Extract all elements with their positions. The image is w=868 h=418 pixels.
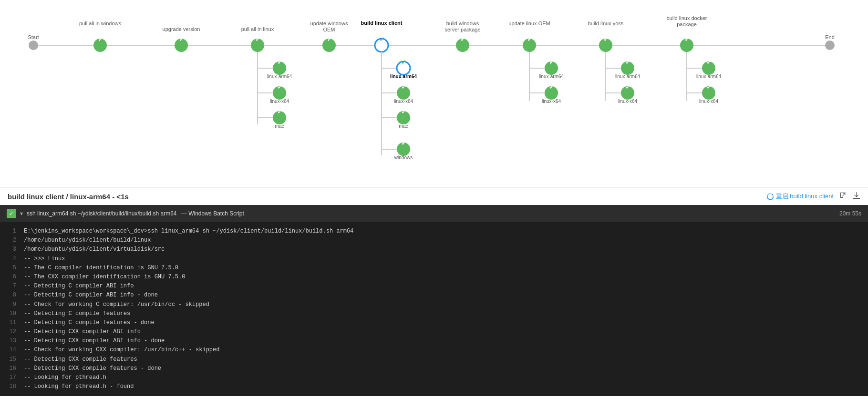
restart-icon: [766, 193, 774, 200]
download-icon: [853, 192, 860, 199]
svg-text:✓: ✓: [527, 36, 532, 43]
svg-text:✓: ✓: [98, 36, 103, 43]
command-type: Windows Batch Script: [188, 210, 244, 217]
svg-text:server package: server package: [444, 27, 480, 32]
svg-text:✓: ✓: [277, 108, 282, 115]
collapse-arrow-icon[interactable]: ▾: [20, 210, 23, 217]
log-line: 17-- Looking for pthread.h: [0, 373, 868, 382]
svg-text:✓: ✓: [549, 59, 554, 66]
log-line: 14-- Check for working CXX compiler: /us…: [0, 346, 868, 355]
svg-text:✓: ✓: [460, 36, 465, 43]
svg-text:linux-x64: linux-x64: [270, 99, 289, 104]
restart-label: 重启 build linux client: [776, 192, 834, 201]
label-pull-all-windows: pull all in windows: [79, 20, 122, 26]
svg-text:✓: ✓: [625, 59, 630, 66]
pipeline-area: Start pull all in windows ✓ upgrade vers…: [0, 0, 868, 187]
log-line: 1E:\jenkins_workspace\workspace\_dev>ssh…: [0, 227, 868, 236]
svg-text:package: package: [677, 21, 697, 27]
label-build-windows-server: build windows: [446, 20, 479, 26]
label-start: Start: [28, 34, 39, 40]
log-line: 7-- Detecting C compiler ABI info: [0, 282, 868, 291]
svg-text:mac: mac: [275, 123, 284, 129]
svg-text:✓: ✓: [327, 36, 332, 43]
label-pull-all-linux: pull all in linux: [241, 26, 274, 32]
svg-text:✓: ✓: [706, 83, 712, 91]
external-link-icon: [839, 192, 847, 199]
label-build-linux-client: build linux client: [361, 20, 403, 26]
log-line: 9-- Check for working C compiler: /usr/b…: [0, 300, 868, 309]
svg-text:OEM: OEM: [323, 27, 335, 32]
svg-text:✓: ✓: [603, 36, 609, 43]
svg-text:linux-arm64: linux-arm64: [539, 74, 564, 79]
log-line: 5-- The C compiler identification is GNU…: [0, 264, 868, 273]
label-build-linux-yoss: build linux yoss: [588, 20, 624, 26]
log-line: 8-- Detecting C compiler ABI info - done: [0, 291, 868, 300]
log-line: 15-- Detecting CXX compile features: [0, 355, 868, 364]
log-line: 10-- Detecting C compile features: [0, 309, 868, 318]
build-info-bar: build linux client / linux-arm64 - <1s 重…: [0, 187, 868, 205]
svg-text:✓: ✓: [625, 83, 630, 91]
svg-text:✓: ✓: [277, 59, 282, 66]
svg-text:linux-arm64: linux-arm64: [615, 74, 641, 79]
node-end[interactable]: [825, 41, 835, 50]
svg-text:✓: ✓: [549, 83, 554, 91]
svg-text:linux-arm64: linux-arm64: [696, 74, 722, 79]
log-line: 11-- Detecting C compile features - done: [0, 318, 868, 327]
terminal-log: 1E:\jenkins_workspace\workspace\_dev>ssh…: [0, 222, 868, 396]
svg-text:mac: mac: [399, 123, 408, 129]
svg-text:linux-arm64: linux-arm64: [390, 74, 417, 79]
svg-text:✓: ✓: [255, 36, 260, 43]
command-time: 20m 55s: [839, 210, 861, 217]
status-check-box: ✓: [7, 209, 16, 218]
pipeline-svg: Start pull all in windows ✓ upgrade vers…: [5, 14, 858, 172]
log-line: 2/home/ubuntu/ydisk/client/build/linux: [0, 236, 868, 245]
svg-text:✓: ✓: [684, 36, 690, 43]
svg-text:✓: ✓: [401, 108, 406, 115]
log-line: 6-- The CXX compiler identification is G…: [0, 273, 868, 282]
log-line: 12-- Detecting CXX compiler ABI info: [0, 327, 868, 336]
svg-text:✓: ✓: [379, 36, 384, 43]
label-update-linux-oem: update linux OEM: [508, 20, 550, 26]
svg-text:✓: ✓: [706, 59, 712, 66]
svg-text:✓: ✓: [401, 83, 406, 91]
svg-text:linux-x64: linux-x64: [394, 99, 413, 104]
svg-text:windows: windows: [394, 155, 413, 160]
build-info-title: build linux client / linux-arm64 - <1s: [8, 193, 129, 201]
svg-text:✓: ✓: [401, 140, 406, 147]
log-line: 4-- >>> Linux: [0, 255, 868, 264]
svg-text:✓: ✓: [401, 59, 406, 66]
svg-text:✓: ✓: [179, 36, 184, 43]
external-link-button[interactable]: [839, 192, 847, 201]
command-text: ssh linux_arm64 sh ~/ydisk/client/build/…: [27, 210, 244, 217]
label-build-linux-docker: build linux docker: [667, 15, 707, 21]
log-line: 18-- Looking for pthread.h - found: [0, 382, 868, 391]
command-bar: ✓ ▾ ssh linux_arm64 sh ~/ydisk/client/bu…: [0, 205, 868, 222]
log-line: 16-- Detecting CXX compile features - do…: [0, 364, 868, 373]
log-line: 13-- Detecting CXX compiler ABI info - d…: [0, 336, 868, 346]
restart-button[interactable]: 重启 build linux client: [766, 192, 834, 201]
svg-text:✓: ✓: [277, 83, 282, 91]
label-upgrade-version: upgrade version: [163, 26, 200, 32]
svg-text:linux-x64: linux-x64: [618, 99, 637, 104]
log-line: 3/home/ubuntu/ydisk/client/virtualdisk/s…: [0, 245, 868, 254]
label-end: End: [825, 34, 835, 40]
build-info-actions: 重启 build linux client: [766, 192, 860, 201]
download-button[interactable]: [853, 192, 860, 201]
pipeline-svg-wrapper: Start pull all in windows ✓ upgrade vers…: [5, 10, 863, 183]
node-start[interactable]: [29, 41, 38, 50]
svg-text:linux-x64: linux-x64: [542, 99, 561, 104]
svg-text:linux-arm64: linux-arm64: [267, 74, 292, 79]
label-update-windows-oem: update windows: [310, 20, 348, 26]
command-bar-left: ✓ ▾ ssh linux_arm64 sh ~/ydisk/client/bu…: [7, 209, 244, 218]
svg-text:linux-x64: linux-x64: [699, 99, 718, 104]
